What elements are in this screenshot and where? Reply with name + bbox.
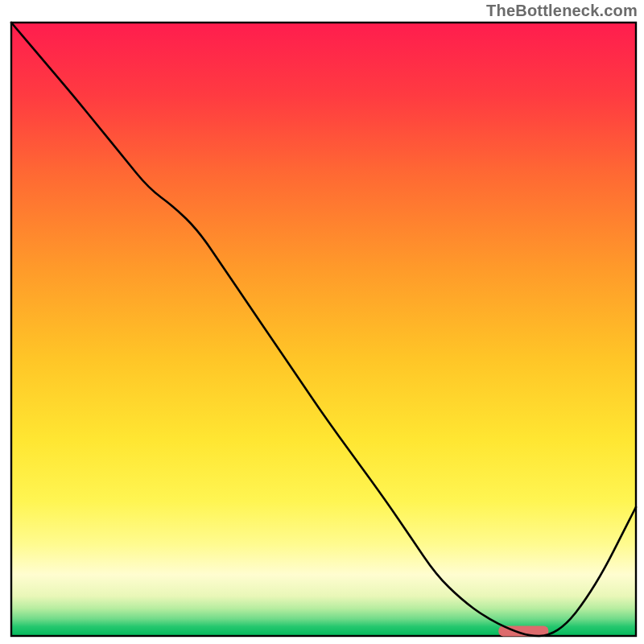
plot-background (11, 23, 636, 636)
chart-container: TheBottleneck.com (0, 0, 644, 644)
bottleneck-chart (0, 0, 644, 644)
